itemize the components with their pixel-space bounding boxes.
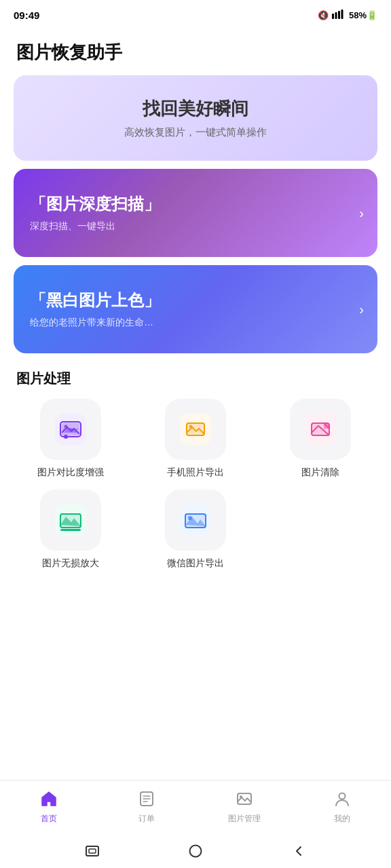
grid-row-1: 图片对比度增强 手机照片导出 [0, 399, 391, 479]
banner-section: 找回美好瞬间 高效恢复图片，一键式简单操作 「图片深度扫描」 深度扫描、一键导出… [0, 75, 391, 353]
phone-export-icon [180, 414, 211, 445]
nav-mine-label: 我的 [334, 813, 350, 825]
deep-scan-banner[interactable]: 「图片深度扫描」 深度扫描、一键导出 › [14, 169, 377, 257]
enlarge-icon [55, 505, 86, 536]
svg-point-12 [189, 425, 193, 429]
battery-icon: 58%🔋 [349, 10, 377, 20]
photo-manage-icon [236, 790, 253, 810]
contrast-icon [55, 414, 86, 445]
svg-rect-22 [60, 529, 81, 531]
nav-photo-label: 图片管理 [228, 813, 261, 825]
deep-scan-subtitle: 深度扫描、一键导出 [30, 220, 361, 233]
hero-banner: 找回美好瞬间 高效恢复图片，一键式简单操作 [14, 75, 377, 161]
status-bar: 09:49 🔇 58%🔋 [0, 0, 391, 27]
wechat-export-icon [180, 505, 211, 536]
nav-item-mine[interactable]: 我的 [293, 790, 391, 825]
svg-rect-0 [332, 14, 334, 19]
nav-item-order[interactable]: 订单 [98, 790, 196, 825]
svg-rect-34 [86, 846, 98, 856]
svg-point-25 [188, 516, 192, 520]
status-time: 09:49 [14, 9, 39, 21]
clean-label: 图片清除 [301, 467, 339, 479]
wechat-export-label: 微信图片导出 [167, 557, 224, 570]
enlarge-label: 图片无损放大 [42, 557, 99, 570]
grid-item-wechat-export[interactable]: 微信图片导出 [138, 490, 253, 570]
nav-order-label: 订单 [138, 813, 155, 825]
contrast-label: 图片对比度增强 [37, 467, 104, 479]
mute-icon: 🔇 [318, 10, 329, 20]
section-title: 图片处理 [0, 353, 391, 399]
svg-rect-2 [338, 11, 340, 19]
sys-recent-btn[interactable] [83, 842, 102, 861]
svg-rect-18 [324, 423, 329, 429]
status-icons: 🔇 58%🔋 [318, 9, 377, 21]
sys-home-btn[interactable] [186, 842, 205, 861]
contrast-icon-wrap [40, 399, 101, 460]
order-icon [138, 790, 155, 810]
grid-item-enlarge[interactable]: 图片无损放大 [14, 490, 128, 570]
svg-point-33 [339, 793, 346, 800]
hero-banner-subtitle: 高效恢复图片，一键式简单操作 [124, 126, 267, 139]
svg-point-9 [64, 425, 68, 429]
sys-back-btn[interactable] [289, 842, 308, 861]
grid-item-clean[interactable]: 图片清除 [263, 399, 377, 479]
colorize-title: 「黑白图片上色」 [30, 290, 361, 311]
nav-item-home[interactable]: 首页 [0, 790, 98, 825]
svg-rect-3 [341, 9, 343, 19]
phone-export-label: 手机照片导出 [167, 467, 224, 479]
colorize-banner[interactable]: 「黑白图片上色」 给您的老照片带来新的生命… › [14, 265, 377, 353]
bottom-nav: 首页 订单 图片管理 [0, 780, 391, 834]
svg-point-36 [190, 846, 202, 857]
mine-icon [333, 790, 351, 810]
home-icon [40, 790, 58, 810]
clean-icon [305, 414, 336, 445]
phone-export-icon-wrap [165, 399, 226, 460]
grid-row-2: 图片无损放大 微信图片导出 [0, 479, 391, 570]
main-content: 图片恢复助手 找回美好瞬间 高效恢复图片，一键式简单操作 「图片深度扫描」 深度… [0, 27, 391, 868]
nav-home-label: 首页 [41, 813, 57, 825]
hero-banner-title: 找回美好瞬间 [143, 97, 248, 121]
grid-item-contrast[interactable]: 图片对比度增强 [14, 399, 128, 479]
signal-icon [332, 9, 346, 21]
wechat-export-icon-wrap [165, 490, 226, 551]
deep-scan-arrow: › [359, 205, 364, 221]
svg-point-32 [240, 795, 242, 798]
colorize-arrow: › [359, 302, 364, 317]
grid-item-phone-export[interactable]: 手机照片导出 [138, 399, 253, 479]
deep-scan-title: 「图片深度扫描」 [30, 193, 361, 215]
nav-item-photo-manage[interactable]: 图片管理 [196, 790, 293, 825]
colorize-subtitle: 给您的老照片带来新的生命… [30, 317, 361, 329]
page-title: 图片恢复助手 [0, 27, 391, 75]
svg-rect-35 [89, 849, 96, 853]
system-nav-bar [0, 834, 391, 868]
enlarge-icon-wrap [40, 490, 101, 551]
svg-rect-1 [335, 12, 337, 19]
clean-icon-wrap [290, 399, 351, 460]
